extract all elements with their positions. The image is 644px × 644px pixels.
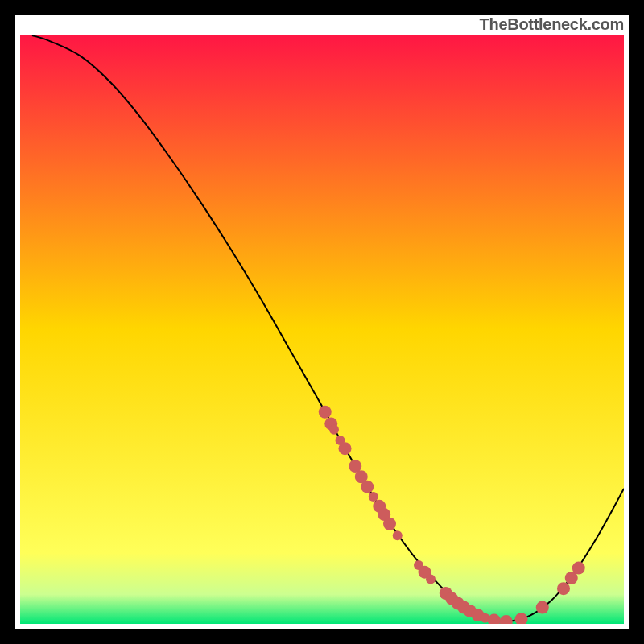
data-marker xyxy=(557,582,570,595)
data-marker xyxy=(393,530,402,540)
gradient-background xyxy=(20,35,624,624)
attribution-text: TheBottleneck.com xyxy=(480,15,624,34)
chart-frame: TheBottleneck.com xyxy=(15,15,629,629)
data-marker xyxy=(339,442,352,455)
plot-area xyxy=(20,35,624,624)
data-marker xyxy=(361,481,374,493)
data-marker xyxy=(536,601,549,614)
chart-svg xyxy=(20,35,624,624)
data-marker xyxy=(319,406,332,419)
data-marker xyxy=(369,492,378,502)
data-marker xyxy=(426,574,436,584)
data-marker xyxy=(572,562,585,575)
data-marker xyxy=(383,518,396,530)
data-marker xyxy=(329,425,339,435)
